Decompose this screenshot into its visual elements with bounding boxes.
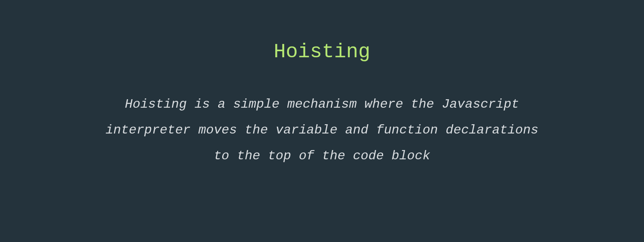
slide-title: Hoisting [274,40,370,63]
slide-description: Hoisting is a simple mechanism where the… [101,92,543,169]
